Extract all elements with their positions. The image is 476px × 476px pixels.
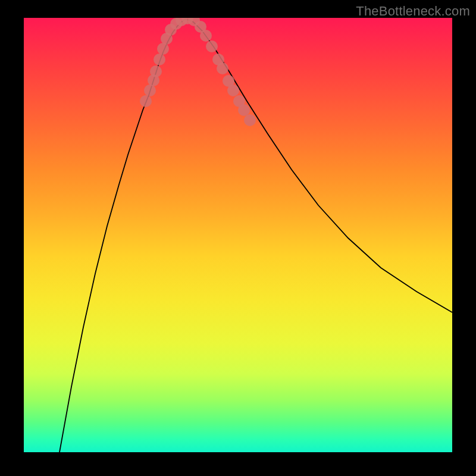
plot-area bbox=[24, 18, 452, 452]
dot-cluster bbox=[140, 18, 256, 126]
data-dot bbox=[206, 40, 218, 52]
data-dot bbox=[144, 84, 156, 96]
watermark-text: TheBottleneck.com bbox=[356, 4, 470, 19]
data-dot bbox=[154, 54, 165, 65]
data-dot bbox=[200, 30, 212, 42]
data-dot bbox=[238, 104, 250, 116]
data-dot bbox=[227, 84, 239, 96]
data-dot bbox=[157, 43, 169, 55]
right-curve bbox=[186, 19, 452, 312]
data-dot bbox=[217, 62, 228, 74]
curve-layer bbox=[24, 18, 452, 452]
data-dot bbox=[244, 114, 256, 126]
left-curve bbox=[60, 19, 186, 452]
data-dot bbox=[150, 65, 162, 77]
data-dot bbox=[140, 95, 152, 107]
